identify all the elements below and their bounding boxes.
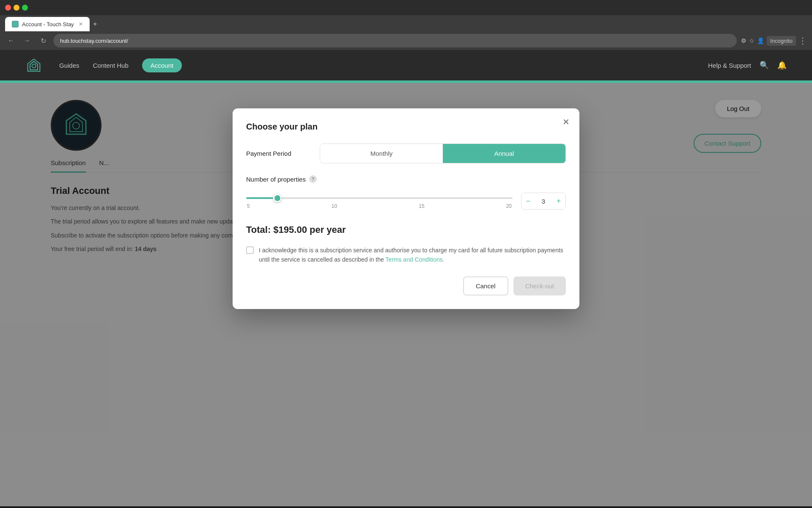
decrement-btn[interactable]: −	[521, 193, 535, 209]
close-dot[interactable]	[5, 5, 11, 11]
svg-point-1	[32, 64, 36, 68]
terms-conditions-link[interactable]: Terms and Conditions.	[385, 256, 444, 263]
tab-favicon	[12, 21, 19, 28]
number-input-group: − 3 +	[521, 193, 566, 210]
incognito-label: Incognito	[770, 38, 793, 44]
annual-option[interactable]: Annual	[443, 144, 565, 163]
choose-plan-dialog: Choose your plan ✕ Payment Period Monthl…	[233, 108, 579, 309]
notifications-icon[interactable]: 🔔	[777, 61, 787, 70]
main-nav: Guides Content Hub Account	[59, 58, 182, 72]
monthly-option[interactable]: Monthly	[320, 144, 443, 163]
properties-help-icon[interactable]: ?	[309, 175, 317, 183]
ack-text: I acknowledge this is a subscription ser…	[259, 246, 566, 265]
browser-titlebar	[0, 0, 812, 15]
increment-btn[interactable]: +	[552, 193, 565, 209]
payment-period-toggle: Monthly Annual	[320, 144, 566, 163]
slider-label-5: 5	[247, 203, 250, 209]
browser-addressbar: ← → ↻ ⚙ ☆ 👤 Incognito ⋮	[0, 31, 812, 50]
slider-label-15: 15	[419, 203, 424, 209]
refresh-btn[interactable]: ↻	[37, 35, 49, 47]
properties-row: Number of properties ? 5 10 15 20	[246, 175, 566, 213]
back-btn[interactable]: ←	[5, 35, 17, 47]
browser-tab-bar: Account - Touch Stay ✕ +	[0, 15, 812, 31]
search-icon[interactable]: 🔍	[760, 61, 769, 70]
address-bar[interactable]	[53, 34, 737, 47]
svg-rect-0	[13, 22, 18, 27]
slider-labels: 5 10 15 20	[246, 203, 513, 209]
browser-tab[interactable]: Account - Touch Stay ✕	[5, 17, 90, 31]
minimize-dot[interactable]	[14, 5, 19, 11]
dialog-backdrop: Choose your plan ✕ Payment Period Monthl…	[0, 83, 812, 508]
forward-btn[interactable]: →	[21, 35, 33, 47]
nav-content-hub[interactable]: Content Hub	[93, 60, 129, 71]
slider-wrapper: 5 10 15 20	[246, 190, 513, 213]
total-text: Total: $195.00 per year	[246, 224, 566, 235]
extensions-icon: ⚙	[741, 37, 746, 44]
slider-label-10: 10	[332, 203, 337, 209]
slider-container: 5 10 15 20 − 3 +	[246, 190, 566, 213]
profile-icon: 👤	[757, 37, 764, 44]
properties-slider[interactable]	[246, 197, 513, 199]
browser-dots	[5, 5, 28, 11]
tab-close-btn[interactable]: ✕	[79, 21, 83, 27]
app-logo	[25, 57, 42, 74]
bookmark-icon: ☆	[749, 37, 754, 44]
help-support-link[interactable]: Help & Support	[708, 62, 751, 69]
slider-label-20: 20	[506, 203, 512, 209]
dialog-buttons: Cancel Check-out	[246, 276, 566, 295]
payment-period-label: Payment Period	[246, 150, 310, 157]
dialog-close-btn[interactable]: ✕	[559, 115, 573, 129]
cancel-btn[interactable]: Cancel	[463, 276, 508, 295]
app-header: Guides Content Hub Account Help & Suppor…	[0, 50, 812, 80]
properties-label: Number of properties ?	[246, 175, 566, 183]
incognito-btn[interactable]: Incognito	[767, 36, 796, 46]
browser-chrome: Account - Touch Stay ✕ + ← → ↻ ⚙ ☆ 👤 Inc…	[0, 0, 812, 50]
page-content: Subscription N... Trial Account You're c…	[0, 83, 812, 508]
number-display: 3	[535, 198, 552, 205]
payment-period-row: Payment Period Monthly Annual	[246, 144, 566, 163]
new-tab-btn[interactable]: +	[90, 17, 100, 31]
maximize-dot[interactable]	[22, 5, 28, 11]
nav-guides[interactable]: Guides	[59, 60, 80, 71]
browser-actions: ⚙ ☆ 👤 Incognito ⋮	[741, 36, 807, 46]
more-menu-btn[interactable]: ⋮	[798, 36, 807, 46]
acknowledgement-row: I acknowledge this is a subscription ser…	[246, 246, 566, 265]
header-right: Help & Support 🔍 🔔	[708, 61, 787, 70]
checkout-btn: Check-out	[513, 276, 566, 295]
dialog-title: Choose your plan	[246, 122, 566, 132]
ack-checkbox[interactable]	[246, 246, 254, 254]
nav-account[interactable]: Account	[142, 58, 182, 72]
total-row: Total: $195.00 per year	[246, 224, 566, 235]
tab-title: Account - Touch Stay	[22, 21, 74, 28]
